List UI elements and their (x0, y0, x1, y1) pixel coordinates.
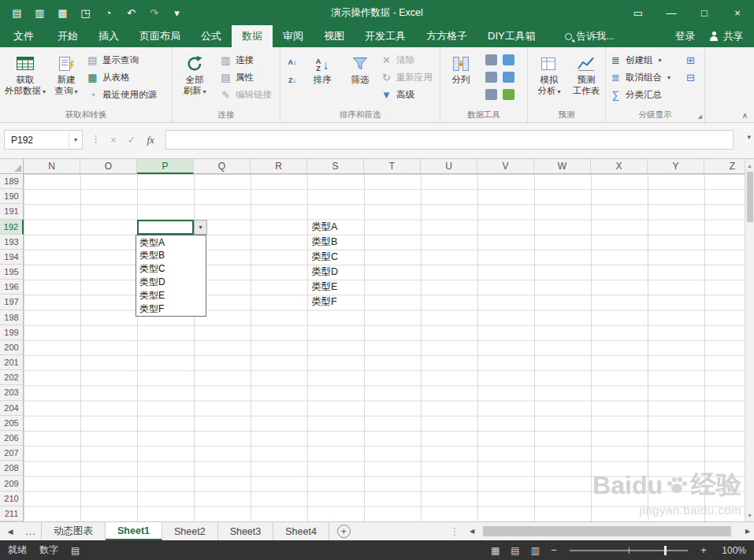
dropdown-item-类型D[interactable]: 类型D (136, 276, 206, 289)
ribbon-tab-开始[interactable]: 开始 (47, 25, 88, 47)
row-header-210[interactable]: 210 (0, 491, 24, 506)
remove-duplicates-icon[interactable] (503, 54, 514, 65)
row-header-205[interactable]: 205 (0, 416, 24, 431)
dropdown-item-类型F[interactable]: 类型F (136, 302, 206, 316)
save-icon[interactable]: ▤ (6, 0, 28, 25)
create-group-button[interactable]: ≣ 创建组 ▾ (610, 51, 670, 69)
insert-function-icon[interactable]: fx (147, 134, 154, 146)
filter-button[interactable]: 筛选 (344, 50, 377, 85)
properties-button[interactable]: ▤ 属性 (220, 69, 272, 86)
cell-S195[interactable]: 类型D (311, 265, 338, 280)
close-button[interactable]: × (721, 0, 754, 25)
row-header-206[interactable]: 206 (0, 431, 24, 446)
dialog-launcher-icon[interactable]: ◢ (698, 113, 702, 120)
selected-cell[interactable] (137, 220, 194, 235)
zoom-level[interactable]: 100% (716, 545, 746, 556)
ribbon-tab-公式[interactable]: 公式 (191, 25, 232, 47)
zoom-slider[interactable] (570, 550, 688, 551)
collapse-ribbon-icon[interactable]: ∧ (742, 111, 748, 120)
clear-filter-button[interactable]: ✕ 清除 (381, 51, 433, 69)
column-header-Z[interactable]: Z (704, 159, 745, 174)
scroll-up-icon[interactable]: ▲ (745, 160, 754, 171)
cell-S196[interactable]: 类型E (311, 280, 337, 295)
ribbon-display-options-button[interactable]: ▭ (622, 0, 655, 25)
row-header-209[interactable]: 209 (0, 476, 24, 491)
manage-data-model-icon[interactable] (503, 89, 514, 100)
new-query-button[interactable]: 新建 查询▾ (49, 50, 84, 98)
customize-qat-icon[interactable]: ▾ (166, 0, 188, 25)
row-header-208[interactable]: 208 (0, 461, 24, 476)
row-header-207[interactable]: 207 (0, 446, 24, 461)
zoom-slider-thumb[interactable] (664, 546, 667, 555)
column-header-Q[interactable]: Q (194, 159, 251, 174)
login-button[interactable]: 登录 (666, 25, 704, 47)
row-header-195[interactable]: 195 (0, 265, 24, 280)
sort-button[interactable]: A Z↓ 排序 (304, 50, 340, 85)
refresh-all-button[interactable]: 全部 刷新▾ (176, 50, 214, 98)
row-header-201[interactable]: 201 (0, 355, 24, 370)
ribbon-tab-页面布局[interactable]: 页面布局 (129, 25, 191, 47)
row-header-192[interactable]: 192 (0, 220, 24, 235)
enter-icon[interactable]: ✓ (128, 134, 136, 146)
sheet-tab-动态图表[interactable]: 动态图表 (41, 522, 106, 540)
show-detail-button[interactable]: ⊞ (685, 51, 696, 69)
tab-splitter-icon[interactable]: ⋮ (444, 522, 466, 540)
dropdown-item-类型B[interactable]: 类型B (136, 249, 206, 262)
ribbon-tab-方方格子[interactable]: 方方格子 (416, 25, 477, 47)
advanced-filter-button[interactable]: ▼ 高级 (381, 86, 433, 103)
ribbon-tab-数据[interactable]: 数据 (232, 25, 273, 47)
subtotal-button[interactable]: ∑ 分类汇总 (610, 86, 670, 103)
text-to-columns-button[interactable]: 分列 (444, 50, 478, 85)
dropdown-item-类型C[interactable]: 类型C (136, 262, 206, 276)
forecast-sheet-button[interactable]: 预测 工作表 (569, 50, 604, 96)
undo-icon[interactable]: ↶ (121, 0, 142, 25)
horizontal-scrollbar[interactable] (480, 526, 740, 536)
what-if-analysis-button[interactable]: 模拟 分析▾ (531, 50, 567, 98)
row-header-198[interactable]: 198 (0, 310, 24, 325)
from-table-button[interactable]: ▦ 从表格 (87, 69, 157, 86)
sheet-nav-left-icon[interactable]: ◀ (0, 522, 20, 540)
column-header-P[interactable]: P (137, 159, 194, 174)
new-file-icon[interactable]: ▦ (52, 0, 73, 25)
folder-icon[interactable]: ▥ (29, 0, 50, 25)
dropdown-item-类型E[interactable]: 类型E (136, 289, 206, 302)
row-header-189[interactable]: 189 (0, 174, 24, 189)
row-header-202[interactable]: 202 (0, 370, 24, 385)
data-validation-icon[interactable] (485, 72, 497, 83)
normal-view-icon[interactable]: ▦ (489, 545, 501, 556)
hide-detail-button[interactable]: ⊟ (685, 69, 696, 86)
ribbon-tab-DIY工具箱[interactable]: DIY工具箱 (477, 25, 546, 47)
show-queries-button[interactable]: ▤ 显示查询 (87, 51, 157, 69)
sheet-tab-Sheet3[interactable]: Sheet3 (218, 522, 274, 540)
sheet-tab-Sheet4[interactable]: Sheet4 (273, 522, 329, 540)
formula-input[interactable] (165, 130, 734, 150)
expand-formula-bar-icon[interactable]: ▾ (747, 133, 751, 141)
ribbon-tab-插入[interactable]: 插入 (88, 25, 129, 47)
sort-ascending-button[interactable]: A↓ (284, 54, 301, 69)
print-icon[interactable]: ◳ (75, 0, 96, 25)
sheet-tab-Sheet1[interactable]: Sheet1 (106, 522, 162, 540)
sort-descending-button[interactable]: Z↓ (284, 72, 301, 87)
row-header-193[interactable]: 193 (0, 235, 24, 250)
column-header-O[interactable]: O (80, 159, 137, 174)
vertical-scrollbar-thumb[interactable] (747, 172, 753, 222)
row-header-199[interactable]: 199 (0, 325, 24, 340)
sheet-ellipsis[interactable]: ... (20, 522, 41, 540)
connections-button[interactable]: ▥ 连接 (220, 51, 272, 69)
row-header-204[interactable]: 204 (0, 401, 24, 416)
ribbon-tab-审阅[interactable]: 审阅 (273, 25, 314, 47)
share-button[interactable]: 共享 (704, 25, 754, 47)
row-header-190[interactable]: 190 (0, 189, 24, 204)
minimize-button[interactable]: — (655, 0, 688, 25)
consolidate-icon[interactable] (503, 72, 514, 83)
zoom-in-button[interactable]: + (699, 544, 708, 556)
reapply-button[interactable]: ↻ 重新应用 (381, 69, 433, 86)
select-all-corner[interactable] (0, 159, 24, 174)
page-layout-view-icon[interactable]: ▤ (509, 545, 521, 556)
preview-icon[interactable]: ◔ (98, 0, 119, 25)
row-header-197[interactable]: 197 (0, 295, 24, 310)
ribbon-tab-file[interactable]: 文件 (0, 25, 47, 47)
name-box[interactable]: P192 ▾ (4, 130, 83, 150)
cell-S194[interactable]: 类型C (311, 250, 338, 265)
column-header-U[interactable]: U (421, 159, 477, 174)
